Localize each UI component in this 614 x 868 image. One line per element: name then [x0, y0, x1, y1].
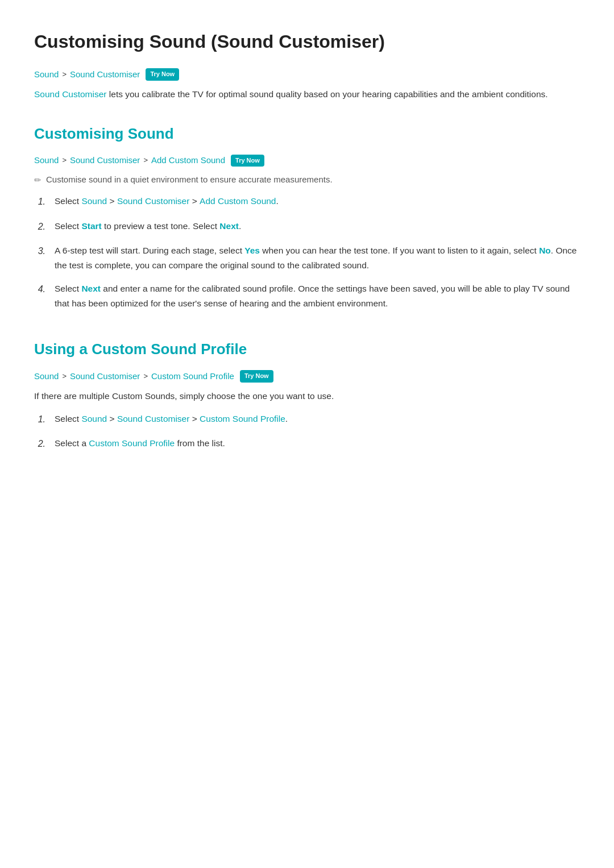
section1-breadcrumb: Sound > Sound Customiser > Add Custom So… [34, 153, 580, 167]
step1-text: Select Sound > Sound Customiser > Add Cu… [55, 194, 580, 209]
try-now-badge-intro[interactable]: Try Now [146, 68, 179, 81]
try-now-badge-section1[interactable]: Try Now [231, 155, 264, 167]
step1-customiser-link[interactable]: Sound Customiser [117, 196, 190, 206]
page-title: Customising Sound (Sound Customiser) [34, 27, 580, 56]
section1-step-1: 1. Select Sound > Sound Customiser > Add… [34, 194, 580, 209]
try-now-badge-section2[interactable]: Try Now [240, 370, 273, 383]
step2-text: Select Start to preview a test tone. Sel… [55, 219, 580, 234]
step3-number: 3. [34, 243, 45, 259]
step3-no-bold: No [539, 246, 551, 255]
section1-breadcrumb-add-custom[interactable]: Add Custom Sound [151, 153, 225, 167]
section1-sep1: > [62, 155, 67, 167]
section2-steps: 1. Select Sound > Sound Customiser > Cus… [34, 412, 580, 452]
step1-sound-link[interactable]: Sound [81, 196, 107, 206]
step2-number: 2. [34, 219, 45, 234]
step1-number: 1. [34, 194, 45, 209]
section1-step-4: 4. Select Next and enter a name for the … [34, 281, 580, 310]
breadcrumb-sep1: > [62, 69, 67, 81]
breadcrumb-sound-link[interactable]: Sound [34, 68, 59, 81]
section2-step1-text: Select Sound > Sound Customiser > Custom… [55, 412, 580, 426]
step3-text: A 6-step test will start. During each st… [55, 243, 580, 272]
section2-step2-number: 2. [34, 436, 45, 451]
intro-text-rest: lets you calibrate the TV for optimal so… [107, 89, 548, 99]
section1-steps: 1. Select Sound > Sound Customiser > Add… [34, 194, 580, 310]
intro-breadcrumb: Sound > Sound Customiser Try Now [34, 68, 580, 81]
section1-breadcrumb-customiser[interactable]: Sound Customiser [70, 153, 140, 167]
intro-sound-customiser-link[interactable]: Sound Customiser [34, 89, 107, 99]
section2-breadcrumb: Sound > Sound Customiser > Custom Sound … [34, 369, 580, 383]
intro-paragraph: Sound Customiser lets you calibrate the … [34, 87, 580, 102]
section2-heading: Using a Custom Sound Profile [34, 338, 580, 362]
section2-step2-text: Select a Custom Sound Profile from the l… [55, 436, 580, 451]
step4-number: 4. [34, 281, 45, 297]
section1-breadcrumb-sound[interactable]: Sound [34, 153, 59, 167]
step1-add-custom-link[interactable]: Add Custom Sound [200, 196, 276, 206]
section2-step1-sound-link[interactable]: Sound [81, 414, 107, 423]
section2-intro-text: If there are multiple Custom Sounds, sim… [34, 389, 580, 404]
section2-step1-number: 1. [34, 412, 45, 427]
section1-sep2: > [143, 155, 148, 167]
section2-breadcrumb-custom-profile[interactable]: Custom Sound Profile [151, 369, 234, 383]
section1-step-3: 3. A 6-step test will start. During each… [34, 243, 580, 272]
step3-yes-bold: Yes [244, 246, 260, 255]
section1-step-2: 2. Select Start to preview a test tone. … [34, 219, 580, 234]
step4-next-bold: Next [81, 284, 101, 293]
section2-sep2: > [143, 371, 148, 383]
section1-heading: Customising Sound [34, 122, 580, 146]
section2-breadcrumb-customiser[interactable]: Sound Customiser [70, 369, 140, 383]
section2-step1-customiser-link[interactable]: Sound Customiser [117, 414, 190, 423]
section2-sep1: > [62, 371, 67, 383]
step4-text: Select Next and enter a name for the cal… [55, 281, 580, 310]
section1-note-text: Customise sound in a quiet environment t… [46, 173, 333, 186]
section2-step-1: 1. Select Sound > Sound Customiser > Cus… [34, 412, 580, 427]
section1-note-row: ✏ Customise sound in a quiet environment… [34, 173, 580, 187]
breadcrumb-sound-customiser-link[interactable]: Sound Customiser [70, 68, 140, 81]
step2-next-bold: Next [219, 221, 239, 231]
section-using-custom-profile: Using a Custom Sound Profile Sound > Sou… [34, 338, 580, 451]
pencil-icon: ✏ [34, 173, 42, 187]
step2-start-bold: Start [81, 221, 101, 231]
section2-breadcrumb-sound[interactable]: Sound [34, 369, 59, 383]
section2-step-2: 2. Select a Custom Sound Profile from th… [34, 436, 580, 451]
section2-step1-profile-link[interactable]: Custom Sound Profile [200, 414, 285, 423]
section-customising-sound: Customising Sound Sound > Sound Customis… [34, 122, 580, 311]
section2-step2-profile-link[interactable]: Custom Sound Profile [89, 438, 175, 448]
